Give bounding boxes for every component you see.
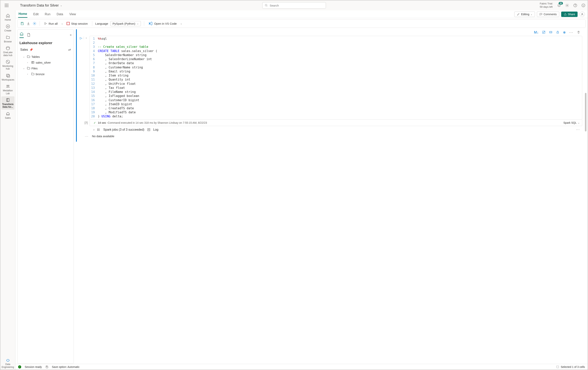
run-cell-chevron-icon[interactable]: ⌄ bbox=[85, 36, 87, 39]
tab-view[interactable]: View bbox=[69, 11, 76, 18]
run-all-button[interactable]: Run all bbox=[43, 21, 59, 26]
nav-home[interactable]: Home bbox=[1, 12, 14, 22]
language-select[interactable]: PySpark (Python) ⌄ bbox=[110, 21, 141, 26]
notifications-button[interactable]: 32 bbox=[557, 3, 561, 7]
comments-button[interactable]: Comments bbox=[537, 11, 559, 17]
cell-hide-icon[interactable] bbox=[549, 30, 553, 34]
stop-session-button[interactable]: Stop session bbox=[65, 21, 89, 26]
code-editor[interactable]: 1%%sql23-- Create sales_silver table4CRE… bbox=[90, 36, 582, 120]
trial-line2: 59 days left bbox=[540, 5, 553, 9]
open-vscode-button[interactable]: Open in VS Code bbox=[147, 21, 178, 26]
svg-point-21 bbox=[34, 23, 35, 24]
share-icon bbox=[564, 13, 567, 16]
account-avatar[interactable] bbox=[579, 11, 585, 17]
svg-point-11 bbox=[6, 46, 10, 50]
caret-right-icon: › bbox=[27, 73, 30, 75]
chevron-down-icon: ⌄ bbox=[578, 121, 580, 124]
download-icon[interactable] bbox=[26, 21, 30, 25]
selection-icon bbox=[556, 365, 559, 369]
play-icon bbox=[44, 22, 47, 25]
run-cell-button[interactable]: ▷ bbox=[80, 36, 82, 40]
ribbon-tabs: Home Edit Run Data View Editing ⌄ Commen… bbox=[15, 10, 588, 18]
file-tab-icon[interactable] bbox=[26, 33, 31, 37]
svg-point-34 bbox=[97, 130, 98, 130]
notebook-cell[interactable]: M↓ ❄ ··· ▷ | ⌄ bbox=[76, 29, 582, 142]
tab-run[interactable]: Run bbox=[44, 11, 51, 18]
settings-button[interactable] bbox=[565, 3, 569, 7]
share-button[interactable]: Share bbox=[561, 11, 578, 17]
expand-jobs-icon[interactable]: › bbox=[93, 128, 94, 131]
save-icon[interactable] bbox=[20, 21, 24, 25]
log-label[interactable]: Log bbox=[153, 128, 158, 131]
nav-transform[interactable]: Transform Data for... bbox=[1, 96, 14, 110]
lock-icon[interactable] bbox=[556, 30, 559, 34]
run-all-chevron-icon[interactable]: ⌄ bbox=[61, 22, 63, 25]
save-status-icon bbox=[45, 365, 48, 369]
search-box[interactable] bbox=[262, 2, 326, 9]
delete-icon[interactable] bbox=[577, 30, 580, 34]
markdown-toggle-icon[interactable]: M↓ bbox=[534, 30, 539, 35]
nav-workspaces[interactable]: Workspaces bbox=[1, 72, 14, 82]
tab-edit[interactable]: Edit bbox=[33, 11, 39, 18]
spark-jobs-label[interactable]: Spark jobs (3 of 3 succeeded) bbox=[103, 128, 144, 131]
nav-sales[interactable]: Sales bbox=[1, 110, 14, 120]
monitoring-icon bbox=[6, 60, 10, 64]
search-icon bbox=[265, 4, 268, 7]
nav-persona[interactable]: Data Engineering bbox=[1, 356, 14, 370]
caret-down-icon: ⌄ bbox=[23, 67, 26, 70]
nav-monitoring[interactable]: Monitoring hub bbox=[1, 58, 14, 71]
onelake-icon bbox=[6, 46, 10, 50]
smile-icon bbox=[581, 3, 585, 7]
app-launcher-button[interactable] bbox=[3, 1, 10, 9]
plus-circle-icon bbox=[6, 24, 10, 29]
save-status-label: Save option: Automatic bbox=[52, 365, 80, 369]
nav-onelake[interactable]: OneLake data hub bbox=[1, 45, 14, 58]
pin-icon[interactable]: 📌 bbox=[30, 48, 33, 51]
explorer-tab-lakehouse[interactable] bbox=[20, 32, 24, 38]
home-icon bbox=[6, 13, 10, 18]
exec-time: 14 sec bbox=[98, 121, 106, 124]
svg-rect-36 bbox=[148, 129, 150, 131]
editing-dropdown[interactable]: Editing ⌄ bbox=[514, 11, 535, 17]
collapse-panel-icon[interactable]: « bbox=[70, 33, 72, 37]
notebook-icon bbox=[6, 98, 10, 102]
tree-tables[interactable]: ⌄ Tables bbox=[20, 54, 72, 60]
lakehouse-selector[interactable]: Sales 📌 ⇄ bbox=[20, 47, 72, 53]
trial-line1: Fabric Trial: bbox=[540, 2, 553, 5]
output-collapse-icon[interactable]: ··· bbox=[85, 134, 89, 138]
toolbar-settings-icon[interactable] bbox=[33, 21, 36, 25]
exec-detail: -Command executed in 14 sec 318 ms by Sh… bbox=[106, 121, 207, 124]
title-chevron-icon[interactable]: ⌄ bbox=[60, 4, 62, 7]
svg-rect-18 bbox=[7, 99, 9, 102]
tree-files[interactable]: ⌄ Files bbox=[20, 65, 72, 71]
vscode-chevron-icon[interactable]: ⌄ bbox=[180, 22, 182, 25]
nav-browse[interactable]: Browse bbox=[1, 34, 14, 44]
swap-icon[interactable]: ⇄ bbox=[68, 48, 71, 51]
selection-label: Selected 1 of 3 cells bbox=[561, 365, 585, 369]
help-button[interactable] bbox=[573, 3, 577, 7]
nav-create[interactable]: Create bbox=[1, 23, 14, 33]
folder-icon bbox=[27, 55, 30, 58]
lakehouse-tab-icon bbox=[20, 32, 24, 36]
feedback-button[interactable] bbox=[581, 3, 585, 7]
lakehouse-icon bbox=[6, 111, 10, 116]
vertical-scrollbar[interactable] bbox=[585, 93, 587, 131]
cell-language-selector[interactable]: Spark SQL ⌄ bbox=[564, 121, 580, 124]
tab-data[interactable]: Data bbox=[56, 11, 63, 18]
cell-convert-icon[interactable] bbox=[542, 30, 546, 34]
svg-point-0 bbox=[265, 4, 267, 6]
tab-home[interactable]: Home bbox=[18, 10, 27, 18]
trial-info: Fabric Trial: 59 days left bbox=[540, 2, 553, 9]
tree-folder-bronze[interactable]: › bronze bbox=[20, 71, 72, 77]
more-icon[interactable]: ··· bbox=[569, 30, 573, 35]
output-more-icon[interactable]: ··· bbox=[576, 128, 580, 131]
tree-table-sales-silver[interactable]: › sales_silver bbox=[20, 60, 72, 65]
freeze-icon[interactable]: ❄ bbox=[563, 30, 566, 35]
language-label: Language bbox=[95, 22, 108, 25]
svg-point-17 bbox=[8, 85, 9, 86]
search-input[interactable] bbox=[270, 4, 324, 7]
svg-point-20 bbox=[582, 13, 583, 14]
no-data-label: No data available bbox=[92, 134, 115, 138]
nav-medallion[interactable]: Medallion Lab bbox=[1, 83, 14, 96]
cell-toolbar: M↓ ❄ ··· bbox=[78, 29, 582, 36]
